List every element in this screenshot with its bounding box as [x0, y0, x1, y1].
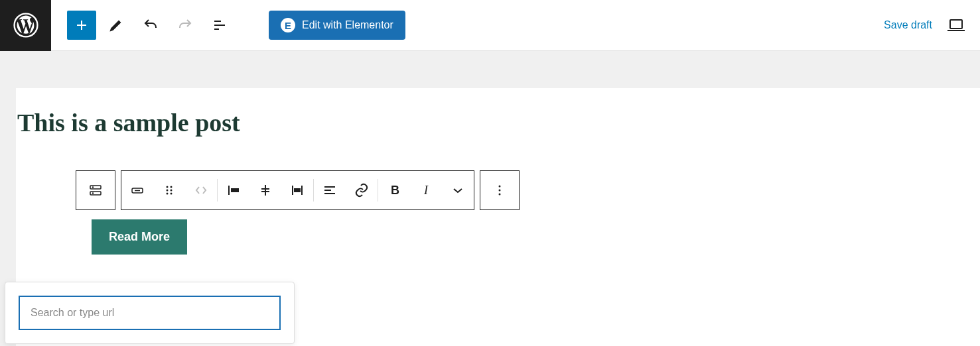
svg-point-12	[171, 193, 173, 195]
more-options-button[interactable]	[484, 182, 516, 198]
wordpress-logo[interactable]	[0, 0, 51, 51]
button-block-button[interactable]	[121, 171, 153, 209]
italic-icon: I	[418, 182, 434, 198]
redo-icon	[177, 17, 193, 33]
svg-point-8	[171, 186, 173, 188]
post-title[interactable]: This is a sample post	[16, 108, 980, 137]
drag-handle[interactable]	[153, 171, 185, 209]
bold-icon: B	[386, 182, 402, 198]
svg-text:B: B	[391, 184, 399, 197]
link-popover	[5, 282, 295, 344]
svg-point-10	[171, 190, 173, 192]
svg-point-17	[499, 194, 501, 196]
read-more-button[interactable]: Read More	[92, 219, 187, 255]
plus-icon	[74, 17, 90, 33]
link-url-input[interactable]	[19, 296, 281, 330]
justify-right-button[interactable]	[281, 171, 313, 209]
undo-icon	[143, 17, 159, 33]
elementor-button[interactable]: E Edit with Elementor	[269, 11, 405, 40]
svg-rect-3	[90, 192, 101, 195]
drag-icon	[161, 182, 177, 198]
block-type-button[interactable]	[80, 182, 111, 198]
svg-text:I: I	[423, 184, 429, 197]
top-toolbar: E Edit with Elementor Save draft	[0, 0, 980, 51]
justify-center-icon	[257, 182, 273, 198]
svg-point-9	[167, 190, 169, 192]
italic-button[interactable]: I	[410, 171, 442, 209]
svg-point-15	[499, 186, 501, 188]
pencil-icon	[108, 17, 124, 33]
button-icon	[129, 182, 145, 198]
more-options-group	[480, 170, 520, 210]
redo-button	[171, 11, 200, 40]
justify-stretch-icon	[289, 182, 305, 198]
chevrons-icon	[193, 182, 209, 198]
list-icon	[212, 17, 228, 33]
add-block-button[interactable]	[67, 11, 96, 40]
toolbar-right: Save draft	[884, 0, 980, 50]
link-icon	[354, 182, 370, 198]
link-button[interactable]	[346, 171, 378, 209]
move-button	[185, 171, 217, 209]
block-controls-group: B I	[121, 170, 474, 210]
laptop-icon	[947, 19, 965, 32]
toolbar-left: E Edit with Elementor	[51, 11, 405, 40]
wordpress-icon	[13, 13, 38, 38]
svg-point-4	[93, 187, 94, 188]
svg-point-16	[499, 190, 501, 192]
svg-point-7	[167, 186, 169, 188]
edit-mode-button[interactable]	[102, 11, 131, 40]
justify-center-button[interactable]	[249, 171, 281, 209]
save-draft-link[interactable]: Save draft	[884, 19, 932, 31]
block-type-group	[76, 170, 115, 210]
block-toolbar: B I	[76, 170, 980, 210]
preview-button[interactable]	[944, 13, 968, 37]
undo-button[interactable]	[136, 11, 165, 40]
document-overview-button[interactable]	[205, 11, 234, 40]
bold-button[interactable]: B	[378, 171, 410, 209]
align-left-icon	[322, 182, 338, 198]
svg-point-5	[93, 193, 94, 194]
svg-rect-2	[90, 186, 101, 189]
more-formatting-button[interactable]	[442, 171, 474, 209]
elementor-label: Edit with Elementor	[302, 19, 393, 31]
elementor-icon: E	[281, 18, 295, 32]
justify-left-icon	[226, 182, 242, 198]
buttons-block-icon	[88, 182, 104, 198]
svg-point-11	[167, 193, 169, 195]
align-button[interactable]	[314, 171, 346, 209]
more-vertical-icon	[492, 182, 508, 198]
justify-left-button[interactable]	[218, 171, 249, 209]
svg-rect-1	[950, 20, 962, 29]
chevron-down-icon	[450, 182, 466, 198]
